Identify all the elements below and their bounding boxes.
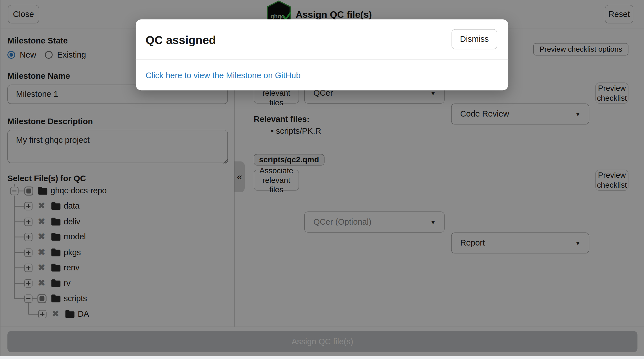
- milestone-github-link[interactable]: Click here to view the Milestone on GitH…: [146, 71, 301, 80]
- dialog-title: QC assigned: [146, 34, 216, 47]
- qc-assigned-dialog: QC assigned Dismiss Click here to view t…: [136, 19, 508, 90]
- dismiss-button[interactable]: Dismiss: [452, 29, 497, 49]
- dialog-divider: [136, 59, 508, 60]
- screenshot-root: Close ghqc Assign QC file(s) Reset Miles…: [0, 0, 644, 359]
